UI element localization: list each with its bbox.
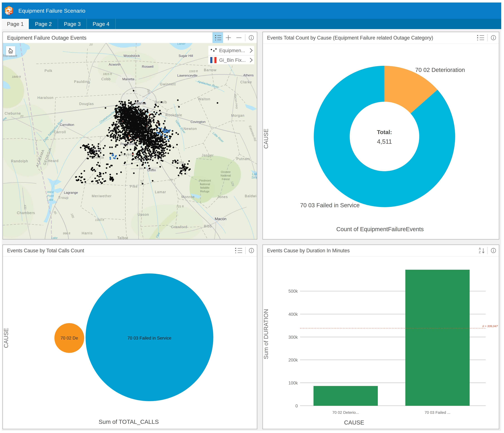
svg-text:Lake: Lake [51, 236, 58, 239]
svg-text:0: 0 [295, 404, 298, 408]
svg-text:Jasper: Jasper [202, 153, 214, 157]
svg-text:Chambers: Chambers [17, 211, 35, 215]
svg-text:996 ft: 996 ft [63, 232, 70, 235]
svg-text:Covington: Covington [190, 120, 206, 124]
svg-text:Harris: Harris [82, 231, 93, 235]
svg-text:19: 19 [140, 180, 144, 183]
svg-text:Talbot: Talbot [117, 236, 128, 239]
svg-text:70 03 Failed in Service: 70 03 Failed in Service [300, 202, 360, 209]
svg-text:National: National [221, 174, 231, 177]
svg-text:Jones: Jones [217, 195, 228, 199]
svg-text:20: 20 [89, 43, 93, 46]
svg-text:Woodstock: Woodstock [123, 54, 140, 58]
svg-text:Troup: Troup [58, 196, 69, 200]
svg-text:Griffin: Griffin [147, 168, 156, 172]
svg-text:Lanier: Lanier [177, 43, 186, 45]
svg-text:1163 ft: 1163 ft [189, 70, 198, 73]
svg-text:CAUSE: CAUSE [344, 419, 364, 426]
svg-text:Cobb: Cobb [101, 77, 111, 81]
svg-text:Paulding: Paulding [74, 80, 90, 84]
svg-text:75: 75 [169, 178, 172, 181]
svg-text:Putnam: Putnam [236, 157, 250, 161]
svg-text:1815 ft: 1815 ft [103, 72, 112, 76]
svg-text:Sum of TOTAL_CALLS: Sum of TOTAL_CALLS [99, 418, 159, 425]
svg-text:Wildlife: Wildlife [200, 186, 209, 189]
svg-text:CAUSE: CAUSE [3, 328, 9, 348]
svg-text:Z: Z [479, 250, 481, 254]
svg-text:4,511: 4,511 [377, 138, 392, 145]
svg-text:x̄ = 339,047: x̄ = 339,047 [482, 325, 498, 328]
svg-text:Lake: Lake [47, 198, 54, 201]
svg-text:100k: 100k [288, 380, 298, 385]
svg-text:Acworth: Acworth [109, 62, 121, 66]
svg-text:National: National [200, 183, 210, 186]
svg-text:400k: 400k [288, 312, 298, 317]
svg-text:Lamar: Lamar [155, 190, 166, 194]
svg-text:Crawford: Crawford [171, 225, 187, 229]
svg-text:Monroe: Monroe [181, 195, 195, 199]
svg-text:721 ft: 721 ft [176, 205, 184, 208]
svg-text:1849 ft: 1849 ft [12, 75, 21, 78]
svg-text:Lagrange: Lagrange [64, 191, 78, 194]
svg-text:16: 16 [139, 167, 143, 170]
svg-text:Marietta: Marietta [122, 77, 135, 81]
svg-text:Count of EquipmentFailureEvent: Count of EquipmentFailureEvents [336, 226, 424, 232]
svg-text:70 02 Deterio...: 70 02 Deterio... [332, 410, 359, 415]
svg-text:70 02 De: 70 02 De [61, 336, 78, 341]
svg-text:Douglas: Douglas [79, 102, 94, 106]
svg-text:Refuge: Refuge [200, 190, 210, 193]
svg-text:Baldwin: Baldwin [245, 194, 257, 198]
svg-text:Heard: Heard [48, 159, 59, 163]
svg-text:70 02 Deterioration: 70 02 Deterioration [415, 67, 465, 73]
svg-text:Rockdale: Rockdale [165, 113, 182, 117]
svg-text:Sincl: Sincl [252, 175, 257, 179]
svg-text:Gi_Bin Fix...: Gi_Bin Fix... [219, 57, 246, 63]
svg-text:Walton: Walton [198, 97, 210, 101]
svg-text:Morgan: Morgan [231, 114, 245, 117]
svg-text:Equipmen...: Equipmen... [219, 48, 245, 53]
svg-text:Piedmont: Piedmont [199, 179, 211, 182]
svg-text:Lak: Lak [252, 172, 257, 176]
svg-text:Haralson: Haralson [37, 96, 54, 100]
svg-text:1393 ft: 1393 ft [95, 218, 104, 221]
svg-text:Cleburne: Cleburne [5, 111, 21, 115]
svg-text:Sugar Hill: Sugar Hill [179, 54, 193, 58]
svg-text:70 03 Failed ...: 70 03 Failed ... [424, 410, 450, 415]
svg-text:Gwinnett: Gwinnett [160, 82, 176, 86]
svg-text:500k: 500k [288, 289, 298, 294]
svg-text:A: A [479, 247, 481, 250]
svg-text:Carroll: Carroll [54, 130, 66, 134]
svg-text:Upson: Upson [138, 212, 149, 216]
svg-text:Sum of DURATION: Sum of DURATION [263, 309, 269, 359]
svg-text:70 03 Failed in Service: 70 03 Failed in Service [127, 336, 171, 341]
svg-text:Forest: Forest [222, 178, 230, 181]
svg-text:Point: Point [47, 194, 54, 197]
svg-text:Lawrenceville: Lawrenceville [177, 74, 198, 77]
svg-text:200k: 200k [288, 358, 298, 362]
svg-text:Bibb: Bibb [204, 224, 212, 228]
svg-text:Athens: Athens [243, 73, 254, 77]
svg-text:300k: 300k [288, 335, 298, 340]
svg-text:West: West [47, 190, 54, 194]
svg-text:Polk: Polk [45, 69, 53, 73]
svg-text:Pike: Pike [130, 185, 138, 188]
svg-text:431: 431 [23, 205, 27, 210]
svg-text:Randolph: Randolph [11, 159, 28, 163]
svg-text:Newton: Newton [184, 127, 197, 131]
svg-text:Meriwether: Meriwether [92, 194, 112, 198]
svg-text:Clarke: Clarke [240, 80, 252, 84]
svg-text:Total:: Total: [377, 129, 392, 135]
svg-text:Barrow: Barrow [204, 68, 216, 72]
svg-text:Roswell: Roswell [142, 65, 153, 68]
svg-text:Carrollton: Carrollton [60, 123, 74, 127]
svg-text:CAUSE: CAUSE [263, 129, 269, 149]
svg-text:Oconee: Oconee [221, 170, 231, 173]
svg-text:Macon: Macon [215, 217, 226, 221]
